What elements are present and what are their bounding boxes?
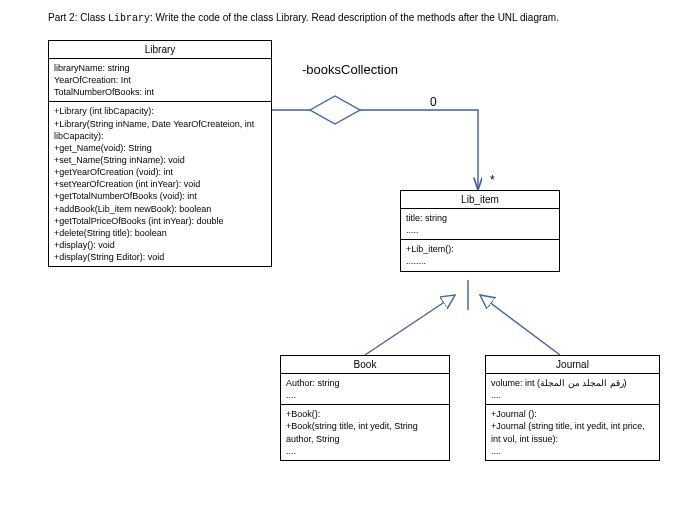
op-row: +Library (int libCapacity): — [54, 105, 266, 117]
class-book-ops: +Book(): +Book(string title, int yedit, … — [281, 405, 449, 460]
attr-row: title: string — [406, 212, 554, 224]
svg-line-3 — [365, 295, 455, 355]
op-row: +addBook(Lib_item newBook): boolean — [54, 203, 266, 215]
class-libitem-name: Lib_item — [401, 191, 559, 209]
class-journal-ops: +Journal (): +Journal (string title, int… — [486, 405, 659, 460]
class-libitem-attrs: title: string ..... — [401, 209, 559, 240]
op-row: +Journal (): — [491, 408, 654, 420]
op-row: +getTotalNumberOfBooks (void): int — [54, 190, 266, 202]
attr-row: YearOfCreation: Int — [54, 74, 266, 86]
op-row: +setYearOfCreation (int inYear): void — [54, 178, 266, 190]
svg-line-4 — [480, 295, 560, 355]
attr-row: .... — [491, 389, 654, 401]
class-journal-attrs: volume: int (رقم المجلد من المجلة) .... — [486, 374, 659, 405]
class-journal: Journal volume: int (رقم المجلد من المجل… — [485, 355, 660, 461]
op-row: +getTotalPriceOfBooks (int inYear): doub… — [54, 215, 266, 227]
op-row: ........ — [406, 255, 554, 267]
op-row: +display(): void — [54, 239, 266, 251]
op-row: +Lib_item(): — [406, 243, 554, 255]
title-rest: : Write the code of the class Library. R… — [150, 12, 559, 23]
multiplicity-libitem: * — [490, 173, 495, 187]
title-prefix: Part 2: Class — [48, 12, 108, 23]
op-row: +getYearOfCreation (void): int — [54, 166, 266, 178]
op-row: +Library(String inName, Date YearOfCreat… — [54, 118, 266, 142]
class-library-attrs: libraryName: string YearOfCreation: Int … — [49, 59, 271, 102]
op-row: +Journal (string title, int yedit, int p… — [491, 420, 654, 444]
op-row: +Book(): — [286, 408, 444, 420]
op-row: +delete(String title): boolean — [54, 227, 266, 239]
class-journal-name: Journal — [486, 356, 659, 374]
attr-row: TotalNumberOfBooks: int — [54, 86, 266, 98]
class-book-name: Book — [281, 356, 449, 374]
class-libitem-ops: +Lib_item(): ........ — [401, 240, 559, 270]
attr-row: Author: string — [286, 377, 444, 389]
attr-row: volume: int (رقم المجلد من المجلة) — [491, 377, 654, 389]
association-label: -booksCollection — [302, 62, 398, 77]
class-library: Library libraryName: string YearOfCreati… — [48, 40, 272, 267]
attr-row: ..... — [406, 224, 554, 236]
class-book-attrs: Author: string .... — [281, 374, 449, 405]
op-row: .... — [286, 445, 444, 457]
attr-row: .... — [286, 389, 444, 401]
class-library-ops: +Library (int libCapacity): +Library(Str… — [49, 102, 271, 266]
class-book: Book Author: string .... +Book(): +Book(… — [280, 355, 450, 461]
class-library-name: Library — [49, 41, 271, 59]
op-row: .... — [491, 445, 654, 457]
svg-marker-1 — [310, 96, 360, 124]
page-title: Part 2: Class Library: Write the code of… — [48, 12, 559, 24]
op-row: +Book(string title, int yedit, String au… — [286, 420, 444, 444]
title-classname: Library — [108, 13, 150, 24]
op-row: +display(String Editor): void — [54, 251, 266, 263]
class-libitem: Lib_item title: string ..... +Lib_item()… — [400, 190, 560, 272]
op-row: +get_Name(void): String — [54, 142, 266, 154]
op-row: +set_Name(String inName): void — [54, 154, 266, 166]
multiplicity-library: 0 — [430, 95, 437, 109]
attr-row: libraryName: string — [54, 62, 266, 74]
